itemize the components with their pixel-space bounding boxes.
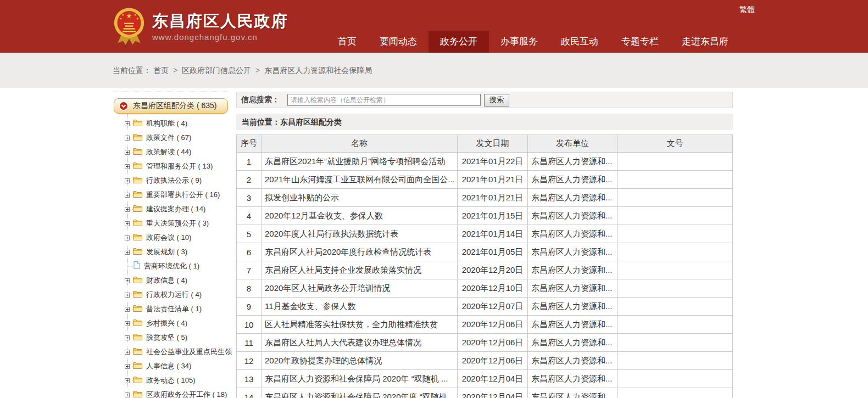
document-number (617, 279, 733, 298)
expand-plus-icon[interactable] (125, 136, 130, 141)
table-row: 3拟发创业补贴的公示2021年01月21日东昌府区人力资源和... (237, 189, 733, 207)
publish-date: 2021年01月21日 (458, 171, 528, 189)
expand-plus-icon[interactable] (125, 178, 130, 183)
sidebar-item-12[interactable]: 行政权力运行 ( 4) (114, 288, 228, 302)
publish-date: 2021年01月14日 (458, 225, 528, 243)
expand-plus-icon[interactable] (125, 364, 130, 369)
column-header-3: 发布单位 (528, 135, 617, 153)
document-title-link[interactable]: 东昌府区人社局2020年度行政检查情况统计表 (265, 247, 431, 256)
sidebar-item-6[interactable]: 建议提案办理 ( 14) (114, 202, 228, 216)
sidebar-item-15[interactable]: 脱贫攻坚 ( 5) (114, 330, 228, 345)
publish-date: 2020年12月07日 (458, 298, 528, 316)
sidebar-item-label: 区政府政务公开工作 ( 18) (146, 390, 227, 398)
sidebar-item-9[interactable]: 发展规划 ( 3) (114, 245, 228, 259)
sidebar-item-16[interactable]: 社会公益事业及重点民生领 (114, 345, 228, 359)
expand-plus-icon[interactable] (125, 378, 130, 383)
sidebar-root-label: 东昌府区组配分类 ( 635) (133, 101, 216, 111)
sidebar-item-4[interactable]: 行政执法公示 ( 9) (114, 173, 228, 188)
expand-plus-icon[interactable] (125, 221, 130, 226)
document-title-link[interactable]: 2020年度人社局行政执法数据统计表 (265, 229, 398, 238)
expand-plus-icon[interactable] (125, 150, 130, 155)
nav-item-2[interactable]: 政务公开 (429, 31, 489, 53)
table-row: 22021年山东河姆渡工业互联网有限公司面向全国公...2021年01月21日东… (237, 171, 733, 189)
row-number: 10 (237, 316, 261, 334)
document-title-link[interactable]: 东昌府区2021年“就业援助月”网络专项招聘会活动 (265, 156, 445, 166)
expand-plus-icon[interactable] (125, 193, 130, 198)
document-title-link[interactable]: 2020年12月基金收支、参保人数 (265, 211, 383, 220)
sidebar-item-0[interactable]: 机构职能 ( 4) (114, 116, 228, 131)
document-title-link[interactable]: 东昌府区人力资源和社会保障局 2020年 “双随机 ... (265, 374, 448, 383)
publish-unit: 东昌府区人力资源和... (528, 352, 617, 370)
expand-plus-icon[interactable] (125, 393, 130, 397)
sidebar-item-label: 社会公益事业及重点民生领 (146, 347, 232, 357)
table-row: 42020年12月基金收支、参保人数2021年01月15日东昌府区人力资源和..… (237, 207, 733, 225)
expand-plus-icon[interactable] (125, 278, 130, 283)
sidebar-item-13[interactable]: 普法责任清单 ( 1) (114, 302, 228, 316)
sidebar-item-1[interactable]: 政策文件 ( 67) (114, 131, 228, 145)
sidebar-item-label: 行政执法公示 ( 9) (146, 176, 202, 186)
document-title-link[interactable]: 11月基金收支、参保人数 (265, 301, 356, 311)
sidebar-item-11[interactable]: 财政信息 ( 4) (114, 273, 228, 288)
expand-plus-icon[interactable] (125, 164, 130, 169)
sidebar-item-5[interactable]: 重要部署执行公开 ( 16) (114, 188, 228, 202)
sidebar-item-14[interactable]: 乡村振兴 ( 4) (114, 316, 228, 330)
document-number (617, 189, 733, 207)
sidebar-item-18[interactable]: 政务动态 ( 105) (114, 373, 228, 388)
nav-item-4[interactable]: 政民互动 (549, 31, 610, 53)
sidebar-item-17[interactable]: 人事信息 ( 34) (114, 359, 228, 373)
row-number: 13 (237, 370, 261, 388)
sidebar-item-3[interactable]: 管理和服务公开 ( 13) (114, 159, 228, 173)
nav-item-0[interactable]: 首页 (326, 31, 368, 53)
sidebar-item-label: 政策解读 ( 44) (146, 147, 191, 157)
publish-date: 2020年12月10日 (458, 279, 528, 298)
folder-icon (133, 148, 142, 155)
traditional-chinese-toggle[interactable]: 繁體 (739, 5, 755, 15)
search-input[interactable] (287, 94, 481, 106)
nav-item-5[interactable]: 专题专栏 (610, 31, 670, 53)
folder-icon (133, 333, 142, 340)
document-title-link[interactable]: 拟发创业补贴的公示 (265, 193, 339, 202)
breadcrumb-link-1[interactable]: 区政府部门信息公开 (182, 66, 251, 75)
sidebar-item-2[interactable]: 政策解读 ( 44) (114, 145, 228, 159)
sidebar-root-node[interactable]: 东昌府区组配分类 ( 635) (114, 98, 228, 114)
document-title-link[interactable]: 东昌府区人社局人大代表建议办理总体情况 (265, 338, 421, 347)
breadcrumb-link-2[interactable]: 东昌府区人力资源和社会保障局 (264, 66, 372, 75)
document-title-link[interactable]: 东昌府区人社局支持企业发展政策落实情况 (265, 265, 421, 274)
expand-plus-icon[interactable] (125, 236, 130, 240)
breadcrumb-link-0[interactable]: 首页 (153, 66, 169, 75)
nav-item-3[interactable]: 办事服务 (489, 31, 549, 53)
document-title-link[interactable]: 东昌府区人力资源和社会保障局 2020年度 “双随机... (265, 392, 454, 398)
expand-plus-icon[interactable] (125, 121, 130, 126)
expand-plus-icon[interactable] (125, 321, 130, 326)
breadcrumb-separator: > (255, 66, 260, 75)
nav-item-1[interactable]: 要闻动态 (368, 31, 429, 53)
folder-icon (133, 133, 142, 141)
document-title-link[interactable]: 2020年区人社局政务公开培训情况 (265, 283, 390, 293)
publish-unit: 东昌府区人力资源和... (528, 225, 617, 243)
publish-unit: 东昌府区人力资源和... (528, 298, 617, 316)
folder-icon (133, 376, 142, 383)
expand-plus-icon[interactable] (125, 293, 130, 298)
search-button[interactable]: 搜索 (484, 94, 509, 106)
main-nav: 首页要闻动态政务公开办事服务政民互动专题专栏走进东昌府 (326, 31, 740, 53)
sidebar-item-7[interactable]: 重大决策预公开 ( 3) (114, 216, 228, 231)
nav-item-6[interactable]: 走进东昌府 (670, 31, 740, 53)
row-number: 9 (237, 298, 261, 316)
expand-plus-icon[interactable] (125, 350, 130, 355)
folder-icon (133, 205, 142, 212)
sidebar-item-label: 营商环境优化 ( 1) (144, 261, 199, 271)
table-row: 13东昌府区人力资源和社会保障局 2020年 “双随机 ...2020年12月0… (237, 370, 733, 388)
sidebar-item-8[interactable]: 政府会议 ( 10) (114, 231, 228, 245)
expand-plus-icon[interactable] (125, 250, 130, 255)
sidebar-item-10[interactable]: 营商环境优化 ( 1) (114, 259, 228, 273)
document-title-link[interactable]: 2020年政协提案办理的总体情况 (265, 356, 382, 365)
document-title-link[interactable]: 2021年山东河姆渡工业互联网有限公司面向全国公... (265, 175, 455, 184)
expand-plus-icon[interactable] (125, 207, 130, 212)
sidebar-item-19[interactable]: 区政府政务公开工作 ( 18) (114, 388, 228, 398)
document-number (617, 370, 733, 388)
document-title-link[interactable]: 区人社局精准落实社保扶贫，全力助推精准扶贫 (265, 319, 438, 329)
document-number (617, 225, 733, 243)
expand-plus-icon[interactable] (125, 335, 130, 340)
sidebar-item-label: 重大决策预公开 ( 3) (146, 218, 209, 228)
expand-plus-icon[interactable] (125, 307, 130, 312)
